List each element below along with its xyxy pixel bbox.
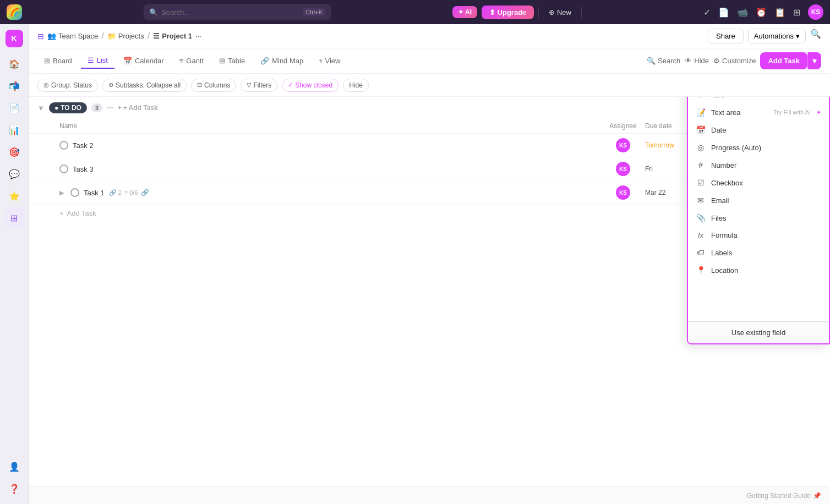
filter-icon: ▽ (247, 81, 251, 89)
group-options-icon[interactable]: ··· (107, 103, 113, 112)
upgrade-button[interactable]: ⬆ Upgrade (482, 6, 534, 19)
filters-button[interactable]: ▽ Filters (241, 79, 277, 92)
link-icon: 🔗 (141, 189, 149, 196)
field-item-number[interactable]: # Number (688, 156, 829, 174)
group-status-filter[interactable]: ◎ Group: Status (37, 79, 98, 92)
columns-icon: ⊟ (197, 81, 202, 89)
group-collapse-icon[interactable]: ▼ (37, 104, 45, 112)
task-name-task2: Task 2 (59, 141, 601, 150)
breadcrumb-projects[interactable]: 📁 Projects (107, 32, 144, 40)
tab-calendar[interactable]: 📅 Calendar (117, 53, 171, 68)
ai-fill-label: Try Fill with AI (773, 109, 811, 116)
field-label: Date (711, 126, 821, 134)
sidebar-item-dashboard[interactable]: 📊 (4, 120, 24, 140)
columns-filter[interactable]: ⊟ Columns (191, 79, 236, 92)
search-input[interactable] (161, 8, 299, 17)
grid-icon[interactable]: ⊞ (793, 7, 800, 18)
gear-icon: ⚙ (713, 57, 720, 65)
task-status-circle[interactable] (59, 141, 68, 150)
projects-icon: 📁 (107, 32, 116, 40)
getting-started-guide[interactable]: Getting Started Guide 📌 (747, 492, 821, 500)
nav-divider-2 (581, 7, 582, 18)
sidebar-item-inbox[interactable]: 📬 (4, 76, 24, 96)
field-item-date[interactable]: 📅 Date (688, 121, 829, 139)
field-item-location[interactable]: 📍 Location (688, 261, 829, 279)
tab-mindmap[interactable]: 🔗 Mind Map (254, 53, 310, 68)
field-item-text[interactable]: T Text (688, 97, 829, 103)
tab-list[interactable]: ☰ List (81, 53, 114, 69)
bc-separator-1: / (101, 31, 103, 41)
field-item-labels[interactable]: 🏷 Labels (688, 244, 829, 261)
workspace-icon[interactable]: K (6, 30, 23, 47)
ai-button[interactable]: ✦ AI (452, 6, 477, 18)
textarea-icon: 📝 (696, 108, 706, 117)
video-icon[interactable]: 📹 (737, 7, 748, 18)
use-existing-field-button[interactable]: Use existing field (688, 321, 829, 343)
sidebar-item-favorites[interactable]: ⭐ (4, 186, 24, 206)
task-status-circle[interactable] (70, 188, 79, 197)
field-label: Checkbox (711, 179, 821, 187)
field-item-checkbox[interactable]: ☑ Checkbox (688, 174, 829, 191)
field-list: ▾ Dropdown T Text 📝 Text area Try Fill w… (688, 97, 829, 321)
guide-label: Getting Started Guide (747, 492, 811, 500)
sidebar-toggle-icon[interactable]: ⊟ (37, 32, 44, 41)
add-task-group-button[interactable]: + + Add Task (118, 104, 158, 112)
breadcrumb-team-space[interactable]: 👥 Team Space (47, 32, 98, 40)
check-icon[interactable]: ✓ (703, 7, 711, 18)
assignee-avatar: KS (616, 162, 630, 176)
add-task-dropdown[interactable]: ▾ (807, 52, 821, 69)
view-hide-button[interactable]: 👁 Hide (685, 57, 709, 65)
date-icon: 📅 (696, 125, 706, 134)
doc-icon[interactable]: 📄 (718, 7, 729, 18)
clock-icon[interactable]: ⏰ (756, 7, 767, 18)
field-item-files[interactable]: 📎 Files (688, 209, 829, 227)
sidebar-item-home[interactable]: 🏠 (4, 54, 24, 74)
formula-icon: fx (696, 232, 706, 239)
hide-filter[interactable]: Hide (343, 79, 369, 92)
field-item-email[interactable]: ✉ Email (688, 191, 829, 209)
col-header-name: Name (59, 122, 601, 130)
sidebar-item-spaces[interactable]: ⊞ (4, 208, 24, 228)
tab-table[interactable]: ⊞ Table (212, 53, 252, 68)
breadcrumb-actions: Share Automations ▾ 🔍 (708, 29, 821, 43)
expand-icon[interactable]: ▶ (59, 189, 64, 196)
view-search-button[interactable]: 🔍 Search (647, 57, 680, 65)
tab-gantt[interactable]: ≡ Gantt (173, 53, 210, 68)
sidebar-item-people[interactable]: 👤 (4, 457, 24, 476)
new-button[interactable]: ⊕ New (543, 8, 577, 17)
search-shortcut: Ctrl+K (303, 8, 325, 16)
header-search-icon[interactable]: 🔍 (810, 29, 821, 43)
assignee-avatar: KS (616, 185, 630, 200)
task-name-task1: ▶ Task 1 🔗 2 ≡ 0/6 🔗 (59, 188, 601, 197)
global-search[interactable]: 🔍 Ctrl+K (144, 4, 331, 20)
share-button[interactable]: Share (708, 29, 744, 43)
breadcrumb-more[interactable]: ··· (195, 32, 201, 40)
field-item-formula[interactable]: fx Formula (688, 227, 829, 244)
sidebar-item-chat[interactable]: 💬 (4, 164, 24, 184)
show-closed-filter[interactable]: ✓ Show closed (282, 79, 338, 92)
app-logo[interactable]: 🌈 (7, 4, 22, 20)
add-task-button[interactable]: Add Task (760, 52, 807, 69)
nav-icons: ✓ 📄 📹 ⏰ 📋 ⊞ KS (703, 4, 823, 20)
pin-icon: 📌 (813, 492, 821, 500)
breadcrumb-project1[interactable]: ☰ Project 1 (153, 32, 192, 40)
main-layout: K 🏠 📬 📄 📊 🎯 💬 ⭐ ⊞ 👤 ❓ ⊟ 👥 Team Space / 📁… (0, 24, 830, 504)
add-task-label: Add Task (67, 209, 96, 217)
field-item-progress[interactable]: ◎ Progress (Auto) (688, 139, 829, 156)
sidebar-item-goals[interactable]: 🎯 (4, 142, 24, 162)
task-status-circle[interactable] (59, 165, 68, 173)
field-item-textarea[interactable]: 📝 Text area Try Fill with AI ✦ (688, 103, 829, 121)
number-icon: # (696, 161, 706, 169)
sidebar-item-docs[interactable]: 📄 (4, 98, 24, 118)
add-view-button[interactable]: + View (312, 53, 347, 68)
new-column-panel: Custom fields Show/Hide New Column 🔍 CRE… (687, 97, 830, 344)
subtasks-filter[interactable]: ⊕ Subtasks: Collapse all (102, 79, 187, 92)
automations-button[interactable]: Automations ▾ (748, 29, 806, 43)
file-icon[interactable]: 📋 (774, 7, 785, 18)
sidebar-item-help[interactable]: ❓ (4, 479, 24, 498)
user-avatar[interactable]: KS (808, 4, 823, 20)
tab-board[interactable]: ⊞ Board (37, 53, 79, 68)
customize-button[interactable]: ⚙ Customize (713, 57, 756, 65)
field-label: Formula (711, 231, 821, 239)
subtask-count: 🔗 2 (109, 189, 122, 196)
